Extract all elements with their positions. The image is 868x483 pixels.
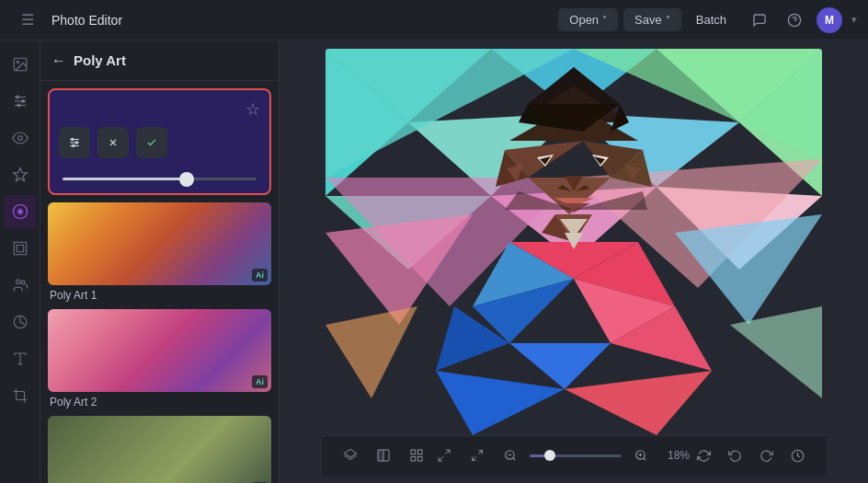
back-button[interactable]: ← [51, 52, 66, 69]
sidebar-people-btn[interactable] [4, 269, 37, 302]
effect-controls [59, 127, 260, 158]
svg-point-13 [17, 209, 23, 214]
svg-rect-92 [411, 450, 416, 454]
list-item[interactable]: Ai Poly Art 1 [48, 202, 271, 302]
icon-sidebar [0, 40, 40, 483]
svg-marker-67 [565, 371, 712, 435]
sidebar-eye-btn[interactable] [4, 121, 37, 155]
panel-title: Poly Art [74, 52, 126, 68]
svg-line-101 [513, 458, 516, 461]
sidebar-effects-btn[interactable] [4, 195, 37, 228]
bottom-toolbar: 18% [322, 435, 826, 476]
tune-button[interactable] [59, 127, 90, 158]
effects-list: ☆ [40, 81, 279, 483]
close-effect-button[interactable] [97, 127, 129, 158]
svg-rect-14 [14, 242, 27, 255]
header-right: M ▾ [747, 7, 857, 33]
effect-intensity-slider-wrap [59, 167, 260, 184]
sidebar-adjust-btn[interactable] [4, 85, 37, 118]
zoom-percentage: 18% [660, 449, 690, 462]
svg-point-16 [16, 280, 20, 284]
app-title: Photo Editor [51, 13, 122, 28]
effects-panel: ← Poly Art ☆ [40, 40, 280, 483]
sidebar-crop-btn[interactable] [4, 379, 37, 412]
effect-thumbnail: Ai [48, 416, 271, 483]
svg-line-104 [644, 458, 646, 461]
panel-header: ← Poly Art [40, 40, 279, 81]
undo-button[interactable] [721, 442, 748, 469]
sidebar-frame-btn[interactable] [4, 232, 37, 265]
ai-badge: Ai [252, 269, 268, 282]
toolbar-center: 18% [430, 442, 690, 469]
avatar-chevron: ▾ [851, 14, 857, 26]
svg-marker-71 [326, 306, 417, 398]
zoom-slider[interactable] [530, 454, 622, 457]
svg-line-97 [439, 456, 443, 461]
list-item[interactable]: Ai Poly Art 3 [48, 416, 271, 483]
history-button[interactable] [783, 442, 811, 469]
app-header: ☰ Photo Editor Open ˅ Save ˅ Batch M ▾ [0, 0, 868, 40]
svg-point-10 [17, 136, 22, 141]
menu-button[interactable]: ☰ [11, 4, 44, 37]
svg-rect-93 [417, 450, 422, 454]
poly-art-canvas [326, 49, 822, 435]
sidebar-magic-btn[interactable] [4, 158, 37, 191]
header-center: Open ˅ Save ˅ Batch [558, 8, 736, 31]
svg-rect-15 [17, 245, 24, 252]
canvas-image [326, 49, 822, 435]
effect-name: Poly Art 2 [48, 396, 271, 408]
reset-button[interactable] [690, 442, 717, 469]
canvas-area: 18% [280, 40, 868, 483]
sidebar-sticker-btn[interactable] [4, 305, 37, 339]
svg-point-3 [17, 61, 18, 63]
compare-button[interactable] [370, 442, 397, 469]
effect-intensity-slider[interactable] [63, 178, 257, 180]
svg-marker-66 [436, 371, 565, 435]
favorite-button[interactable]: ☆ [246, 99, 260, 120]
ai-badge: Ai [252, 375, 268, 388]
main-layout: ← Poly Art ☆ [0, 40, 868, 483]
active-effect-card[interactable]: ☆ [48, 88, 271, 195]
layers-button[interactable] [337, 442, 364, 469]
sidebar-image-btn[interactable] [4, 48, 37, 81]
chat-icon-button[interactable] [747, 7, 772, 33]
svg-marker-72 [730, 306, 822, 398]
zoom-out-button[interactable] [497, 442, 524, 469]
svg-rect-95 [417, 456, 422, 461]
confirm-effect-button[interactable] [136, 127, 167, 158]
redo-button[interactable] [752, 442, 780, 469]
grid-button[interactable] [403, 442, 430, 469]
svg-marker-63 [509, 343, 611, 389]
effect-name: Poly Art 1 [48, 289, 271, 302]
effect-thumbnail: Ai [48, 202, 271, 285]
header-left: ☰ Photo Editor [11, 4, 547, 37]
svg-point-9 [17, 104, 20, 107]
zoom-controls: 18% [497, 442, 690, 469]
batch-button[interactable]: Batch [687, 8, 736, 31]
toolbar-right [690, 442, 811, 469]
svg-point-8 [21, 100, 24, 103]
sidebar-text-btn[interactable] [4, 342, 37, 375]
help-icon-button[interactable] [782, 7, 807, 33]
svg-rect-94 [411, 456, 416, 461]
svg-point-7 [16, 96, 18, 98]
svg-point-24 [72, 138, 74, 140]
zoom-in-button[interactable] [627, 442, 655, 469]
svg-line-96 [445, 450, 450, 454]
svg-rect-91 [378, 450, 383, 461]
user-avatar[interactable]: M [817, 7, 842, 33]
svg-point-26 [73, 144, 74, 146]
svg-marker-11 [13, 168, 27, 181]
effect-thumbnail: Ai [48, 309, 271, 392]
svg-point-17 [21, 281, 25, 284]
actual-size-button[interactable] [463, 442, 491, 469]
list-item[interactable]: Ai Poly Art 2 [48, 309, 271, 408]
svg-marker-88 [344, 449, 356, 457]
svg-point-25 [75, 142, 77, 144]
fit-to-screen-button[interactable] [430, 442, 458, 469]
toolbar-left [337, 442, 430, 469]
open-button[interactable]: Open ˅ [558, 8, 618, 31]
save-button[interactable]: Save ˅ [623, 8, 681, 31]
